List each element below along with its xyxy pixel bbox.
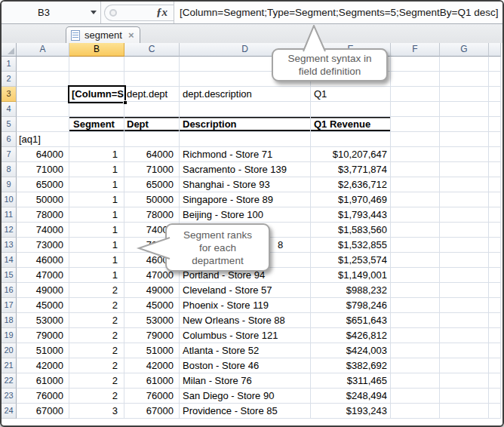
cell-B24[interactable]: 3 — [69, 404, 124, 419]
cell-F10[interactable] — [391, 192, 440, 207]
cell-G2[interactable] — [440, 72, 489, 87]
column-header-extra[interactable] — [489, 43, 501, 57]
cell-H20[interactable] — [489, 343, 501, 358]
cell-G9[interactable] — [440, 177, 489, 192]
cell-D10[interactable]: Singapore - Store 89 — [180, 192, 311, 207]
cell-B15[interactable]: 1 — [69, 268, 124, 283]
cell-H16[interactable] — [489, 283, 501, 298]
cell-A7[interactable]: 64000 — [17, 147, 69, 162]
tab-segment[interactable]: segment × — [66, 26, 140, 43]
cell-B17[interactable]: 2 — [69, 298, 124, 313]
cell-A24[interactable]: 67000 — [17, 404, 69, 419]
cell-F1[interactable] — [391, 57, 440, 72]
cell-C2[interactable] — [124, 72, 180, 87]
cell-E15[interactable]: $1,149,001 — [311, 268, 391, 283]
cell-C6[interactable] — [124, 132, 180, 147]
cell-B22[interactable]: 2 — [69, 373, 124, 389]
cell-H15[interactable] — [489, 268, 501, 283]
cell-F6[interactable] — [391, 132, 440, 147]
cell-H11[interactable] — [489, 207, 501, 223]
cell-F21[interactable] — [391, 358, 440, 373]
cell-D9[interactable]: Shanghai - Store 93 — [180, 177, 311, 192]
column-header-A[interactable]: A — [17, 43, 69, 57]
cell-B19[interactable]: 2 — [69, 328, 124, 343]
cell-E8[interactable]: $3,771,874 — [311, 162, 391, 177]
cell-H18[interactable] — [489, 313, 501, 328]
column-header-C[interactable]: C — [124, 43, 180, 57]
cell-B9[interactable]: 1 — [69, 177, 124, 192]
row-header-20[interactable]: 20 — [2, 343, 17, 358]
cell-F9[interactable] — [391, 177, 440, 192]
cell-A5[interactable] — [17, 117, 69, 132]
cell-C1[interactable] — [124, 57, 180, 72]
cell-E7[interactable]: $10,207,647 — [311, 147, 391, 162]
cell-H22[interactable] — [489, 373, 501, 389]
row-header-6[interactable]: 6 — [2, 132, 17, 147]
cell-A6[interactable]: [aq1] — [17, 132, 69, 147]
cell-B16[interactable]: 2 — [69, 283, 124, 298]
cell-A13[interactable]: 73000 — [17, 238, 69, 253]
cell-F20[interactable] — [391, 343, 440, 358]
cell-H19[interactable] — [489, 328, 501, 343]
cell-G17[interactable] — [440, 298, 489, 313]
cell-G3[interactable] — [440, 87, 489, 102]
cell-C24[interactable]: 67000 — [124, 404, 180, 419]
cell-D17[interactable]: Phoenix - Store 119 — [180, 298, 311, 313]
cell-G8[interactable] — [440, 162, 489, 177]
cell-C3[interactable]: dept.dept — [124, 87, 180, 102]
row-header-14[interactable]: 14 — [2, 253, 17, 268]
cell-H8[interactable] — [489, 162, 501, 177]
cell-D21[interactable]: Boston - Store 46 — [180, 358, 311, 373]
cell-B7[interactable]: 1 — [69, 147, 124, 162]
cell-G22[interactable] — [440, 373, 489, 389]
cell-H21[interactable] — [489, 358, 501, 373]
cell-F16[interactable] — [391, 283, 440, 298]
cell-G1[interactable] — [440, 57, 489, 72]
cell-D11[interactable]: Beijing - Store 100 — [180, 207, 311, 223]
name-box[interactable]: B3 — [2, 2, 86, 23]
cell-A9[interactable]: 65000 — [17, 177, 69, 192]
cell-B5[interactable]: Segment — [69, 117, 124, 132]
row-header-9[interactable]: 9 — [2, 177, 17, 192]
cell-A4[interactable] — [17, 102, 69, 117]
cell-H17[interactable] — [489, 298, 501, 313]
cell-G16[interactable] — [440, 283, 489, 298]
cell-E19[interactable]: $426,812 — [311, 328, 391, 343]
cell-F13[interactable] — [391, 238, 440, 253]
cell-C4[interactable] — [124, 102, 180, 117]
cell-E20[interactable]: $424,003 — [311, 343, 391, 358]
cell-C22[interactable]: 61000 — [124, 373, 180, 389]
cell-A3[interactable] — [17, 87, 69, 102]
cell-A19[interactable]: 79000 — [17, 328, 69, 343]
cell-F14[interactable] — [391, 253, 440, 268]
cell-D5[interactable]: Description — [180, 117, 311, 132]
cell-F22[interactable] — [391, 373, 440, 389]
column-header-B[interactable]: B — [69, 43, 124, 57]
formula-input[interactable]: [Column=Segment;Type=Segment;Segments=5;… — [174, 2, 502, 23]
row-header-23[interactable]: 23 — [2, 389, 17, 404]
cell-C11[interactable]: 78000 — [124, 207, 180, 223]
cell-D6[interactable] — [180, 132, 311, 147]
row-header-12[interactable]: 12 — [2, 223, 17, 238]
fill-handle[interactable] — [123, 100, 127, 104]
cell-G21[interactable] — [440, 358, 489, 373]
cell-G7[interactable] — [440, 147, 489, 162]
cell-C5[interactable]: Dept — [124, 117, 180, 132]
cell-G23[interactable] — [440, 389, 489, 404]
cell-G12[interactable] — [440, 223, 489, 238]
cell-A17[interactable]: 45000 — [17, 298, 69, 313]
cell-F2[interactable] — [391, 72, 440, 87]
selected-cell-border[interactable] — [68, 85, 126, 103]
cell-E4[interactable] — [311, 102, 391, 117]
cell-B11[interactable]: 1 — [69, 207, 124, 223]
cell-E10[interactable]: $1,970,469 — [311, 192, 391, 207]
cell-E16[interactable]: $988,232 — [311, 283, 391, 298]
cell-B6[interactable] — [69, 132, 124, 147]
cell-B8[interactable]: 1 — [69, 162, 124, 177]
cell-F18[interactable] — [391, 313, 440, 328]
cell-D19[interactable]: Columbus - Store 121 — [180, 328, 311, 343]
cell-F8[interactable] — [391, 162, 440, 177]
cell-F4[interactable] — [391, 102, 440, 117]
row-header-10[interactable]: 10 — [2, 192, 17, 207]
row-header-21[interactable]: 21 — [2, 358, 17, 373]
